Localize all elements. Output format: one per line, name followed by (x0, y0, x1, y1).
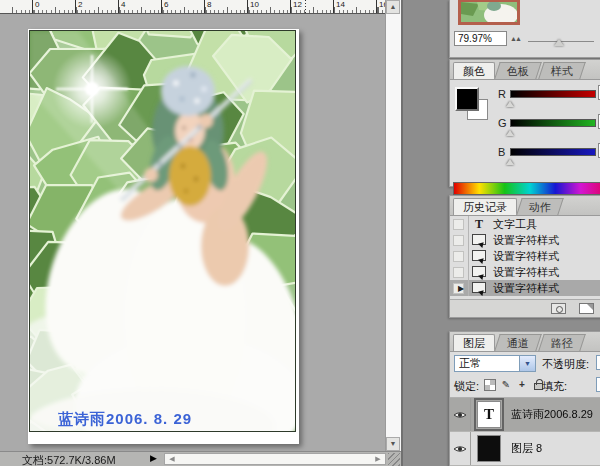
lock-row: 锁定: ✎ + 填充: 100% (450, 375, 600, 398)
current-state-pointer-icon: ▶ (458, 284, 464, 293)
blend-mode-value: 正常 (459, 357, 481, 369)
image-canvas[interactable]: 蓝诗雨2006. 8. 29 (28, 29, 299, 444)
blend-mode-select[interactable]: 正常 ▼ (454, 355, 536, 372)
ruler-number: 4 (118, 0, 125, 13)
color-panel-tabs: 颜色 色板 样式 (450, 60, 600, 80)
fill-input[interactable]: 100% (596, 377, 600, 392)
navigator-zoom-input[interactable]: 79.97% (454, 31, 507, 46)
ruler-number: 14 (333, 0, 345, 13)
tab-paths-label: 路径 (551, 335, 573, 351)
ruler-number: 6 (161, 0, 168, 13)
tab-history[interactable]: 历史记录 (453, 198, 517, 215)
history-source-well[interactable] (450, 216, 469, 232)
tab-actions-label: 动作 (529, 199, 551, 215)
ruler-number: 2 (75, 0, 82, 13)
status-menu-arrow-icon[interactable]: ▶ (150, 453, 157, 463)
visibility-toggle[interactable] (450, 398, 471, 431)
layer-row-image[interactable]: 图层 8 (450, 432, 600, 466)
color-panel: 颜色 色板 样式 R 0 G 0 (449, 59, 600, 187)
slider-thumb[interactable] (554, 34, 564, 46)
ruler-number: 8 (204, 0, 211, 13)
history-source-well[interactable] (450, 232, 469, 248)
horizontal-ruler[interactable]: 0 2 4 6 8 10 12 14 16 (0, 0, 386, 14)
opacity-input[interactable]: 100% (596, 355, 600, 370)
history-panel: 历史记录 动作 T 文字工具 设置字符样式 设置字符样式 (449, 195, 600, 318)
document-size-info: 文档:572.7K/3.86M (22, 453, 116, 466)
layer-name[interactable]: 图层 8 (507, 441, 542, 456)
lock-position-icon[interactable]: + (516, 379, 528, 391)
dropdown-arrow-icon[interactable]: ▼ (519, 356, 535, 371)
ruler-number: 0 (32, 0, 39, 13)
history-state[interactable]: 设置字符样式 (450, 232, 600, 248)
tab-color[interactable]: 颜色 (453, 62, 495, 79)
history-state-label: 文字工具 (489, 217, 537, 232)
type-tool-icon: T (475, 217, 483, 231)
eye-icon (453, 410, 467, 420)
document-window: 0 2 4 6 8 10 12 14 16 ▲ ▼ (0, 0, 401, 466)
layers-list: T 蓝诗雨2006.8.29 图层 8 (450, 398, 600, 466)
navigator-zoom-slider[interactable] (528, 41, 594, 42)
blue-channel-slider[interactable] (510, 148, 596, 156)
red-channel-slider[interactable] (510, 90, 596, 98)
layer-name[interactable]: 蓝诗雨2006.8.29 (507, 407, 593, 422)
blend-mode-row: 正常 ▼ 不透明度: 100% (450, 352, 600, 375)
navigator-panel: 79.97% ▲▲ (449, 0, 600, 58)
history-source-well[interactable] (450, 264, 469, 280)
scroll-up-icon[interactable]: ▲ (386, 0, 400, 14)
history-state[interactable]: T 文字工具 (450, 216, 600, 232)
scroll-left-icon[interactable]: ◀ (166, 454, 178, 464)
character-style-icon (472, 250, 486, 261)
tab-paths[interactable]: 路径 (538, 334, 586, 351)
tab-channels[interactable]: 通道 (494, 334, 542, 351)
window-resize-grip[interactable] (388, 453, 400, 466)
ruler-cursor-indicator (305, 0, 306, 13)
history-state-label: 设置字符样式 (489, 249, 559, 264)
status-bar: 文档:572.7K/3.86M ▶ ◀ ▶ (0, 451, 401, 466)
red-channel-label: R (498, 88, 506, 100)
tab-actions[interactable]: 动作 (516, 198, 564, 215)
opacity-label: 不透明度: (542, 357, 589, 372)
green-slider-thumb[interactable] (506, 126, 514, 136)
vertical-scrollbar[interactable]: ▲ ▼ (385, 0, 402, 451)
tab-styles-label: 样式 (551, 63, 573, 79)
image-layer-thumbnail[interactable] (477, 435, 501, 462)
lock-paint-icon[interactable]: ✎ (500, 379, 512, 391)
tab-swatches[interactable]: 色板 (494, 62, 542, 79)
zoom-out-icon[interactable]: ▲▲ (510, 35, 520, 42)
horizontal-scrollbar[interactable]: ◀ ▶ (164, 453, 386, 465)
scroll-down-icon[interactable]: ▼ (386, 437, 400, 451)
ruler-number: 10 (247, 0, 259, 13)
lens-flare (52, 49, 132, 129)
new-snapshot-button[interactable] (551, 303, 566, 314)
green-channel-slider[interactable] (510, 119, 596, 127)
tab-channels-label: 通道 (507, 335, 529, 351)
watermark-text: 蓝诗雨2006. 8. 29 (58, 410, 192, 427)
blue-slider-thumb[interactable] (506, 155, 514, 165)
history-state-label: 设置字符样式 (489, 281, 559, 296)
layer-row-text[interactable]: T 蓝诗雨2006.8.29 (450, 398, 600, 432)
scroll-right-icon[interactable]: ▶ (372, 454, 384, 464)
navigator-thumbnail[interactable] (458, 0, 520, 25)
history-state[interactable]: 设置字符样式 (450, 248, 600, 264)
artwork-photo[interactable]: 蓝诗雨2006. 8. 29 (29, 30, 296, 432)
tab-swatches-label: 色板 (507, 63, 529, 79)
new-document-from-state-button[interactable] (579, 303, 594, 314)
tab-layers[interactable]: 图层 (453, 334, 495, 351)
ruler-number: 12 (290, 0, 302, 13)
history-source-well[interactable] (450, 248, 469, 264)
lock-transparency-icon[interactable] (484, 379, 496, 391)
history-state-current[interactable]: ▶ 设置字符样式 (450, 280, 600, 296)
history-state[interactable]: 设置字符样式 (450, 264, 600, 280)
text-layer-thumbnail[interactable]: T (477, 401, 501, 428)
tab-styles[interactable]: 样式 (538, 62, 586, 79)
color-spectrum-ramp[interactable] (453, 182, 600, 195)
history-list: T 文字工具 设置字符样式 设置字符样式 设置字符样式 (450, 216, 600, 296)
history-state-label: 设置字符样式 (489, 265, 559, 280)
foreground-color-swatch[interactable] (455, 87, 479, 111)
layers-panel: 图层 通道 路径 正常 ▼ 不透明度: 100% 锁定: ✎ + 填充: 100… (449, 331, 600, 466)
visibility-toggle[interactable] (450, 432, 471, 465)
red-slider-thumb[interactable] (506, 97, 514, 107)
palette-well: 79.97% ▲▲ 颜色 色板 样式 R (401, 0, 600, 466)
blue-channel-label: B (498, 146, 505, 158)
eye-icon (453, 444, 467, 454)
